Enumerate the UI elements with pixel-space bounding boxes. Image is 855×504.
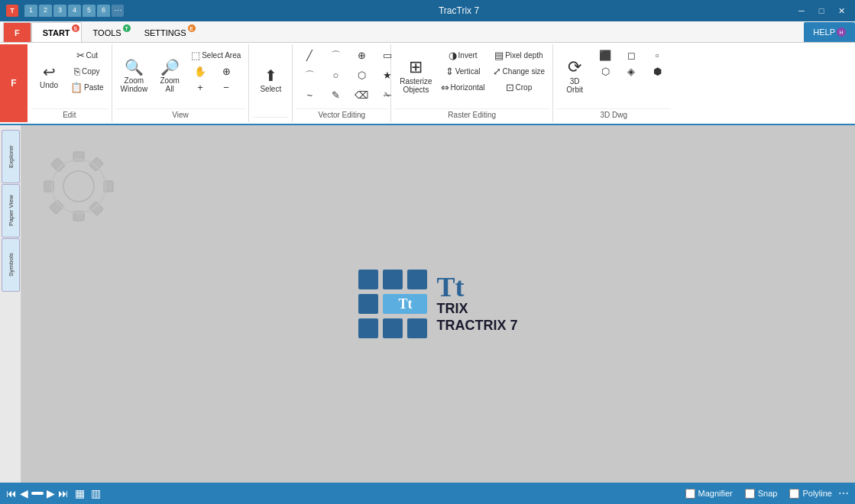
page-input[interactable]: [31, 492, 44, 495]
circle-icon: ○: [332, 70, 338, 80]
title-tab-5[interactable]: 5: [83, 5, 96, 17]
start-badge: S: [72, 24, 79, 32]
logo-cell-9: [407, 318, 427, 338]
status-bar: ⏮ ◀ ▶ ⏭ ▦ ▥ Magnifier Snap Polyline ⋯: [0, 483, 855, 504]
pixel-depth-button[interactable]: ▤ Pixel depth: [490, 47, 549, 63]
change-size-button[interactable]: ⤢ Change size: [490, 63, 549, 79]
left-panel: Explorer Paper View Symbols: [0, 125, 21, 483]
title-tab-1[interactable]: 1: [24, 5, 37, 17]
invert-button[interactable]: ◑ Invert: [438, 47, 488, 63]
line-tool-button[interactable]: ╱: [297, 47, 322, 63]
vertical-flip-button[interactable]: ⇕ Vertical: [438, 63, 488, 79]
realtime-zoom-button[interactable]: ⊕: [214, 63, 238, 79]
zoom-in-icon: +: [197, 82, 203, 92]
zoom-out-icon: −: [223, 82, 229, 92]
grid-icon-button[interactable]: ▦: [75, 487, 85, 499]
undo-button[interactable]: ↩ Undo: [32, 47, 66, 105]
3d-top-view-button[interactable]: ⬛: [593, 47, 617, 63]
tab-start[interactable]: START S: [31, 22, 82, 42]
magnify-tool-button[interactable]: ⊕: [349, 47, 374, 63]
polyline-checkbox[interactable]: [789, 489, 799, 499]
polyline-tool-button[interactable]: ⌒: [323, 47, 348, 63]
file-button[interactable]: F: [0, 44, 28, 122]
ribbon: F ↩ Undo ✂ Cut ⎘ Copy 📋 Past: [0, 43, 855, 125]
3d-iso3-button[interactable]: ⬢: [645, 63, 669, 79]
crop-button[interactable]: ⊡ Crop: [490, 79, 549, 95]
main-canvas[interactable]: Tt Tt TRIX TRACTRIX 7: [21, 125, 855, 483]
snap-checkbox[interactable]: [745, 489, 755, 499]
ribbon-group-raster: ⊞ Rasterize Objects ◑ Invert ⇕ Vertical …: [391, 44, 553, 122]
3d-iso3-icon: ⬢: [653, 66, 662, 76]
cut-button[interactable]: ✂ Cut: [67, 47, 107, 63]
explorer-panel-button[interactable]: Explorer: [2, 130, 20, 183]
settings-badge: E: [188, 24, 196, 32]
tab-settings[interactable]: SETTINGS E: [133, 22, 198, 42]
freehand-tool-button[interactable]: ✎: [323, 87, 348, 102]
tab-file[interactable]: F: [3, 22, 31, 42]
title-tab-2[interactable]: 2: [39, 5, 52, 17]
last-page-button[interactable]: ⏭: [58, 487, 69, 499]
more-options-button[interactable]: ⋯: [838, 487, 849, 499]
select-button[interactable]: ⬆ Select: [254, 52, 287, 110]
zoom-all-button[interactable]: 🔎 Zoom All: [153, 47, 186, 105]
next-page-button[interactable]: ▶: [47, 487, 55, 499]
paste-button[interactable]: 📋 Paste: [67, 79, 107, 95]
pan-button[interactable]: ✋: [188, 63, 212, 79]
prev-page-button[interactable]: ◀: [20, 487, 28, 499]
paper-view-panel-button[interactable]: Paper View: [2, 184, 20, 237]
layout-icon-button[interactable]: ▥: [91, 487, 101, 499]
rasterize-icon: ⊞: [409, 59, 423, 76]
zoom-out-button[interactable]: −: [214, 79, 238, 95]
polygon-tool-button[interactable]: ⬡: [349, 67, 374, 82]
title-tab-4[interactable]: 4: [68, 5, 81, 17]
logo-tractrix: TRACTRIX 7: [436, 318, 517, 334]
3d-orbit-button[interactable]: ⟳ 3D Orbit: [558, 47, 591, 105]
3d-side-view-button[interactable]: ▫: [645, 47, 669, 63]
title-tab-6[interactable]: 6: [97, 5, 110, 17]
spline-icon: ~: [307, 90, 313, 100]
invert-icon: ◑: [449, 50, 457, 60]
arc-tool-button[interactable]: ⌒: [297, 67, 322, 82]
3d-iso2-button[interactable]: ◈: [619, 63, 643, 79]
vector-label: Vector Editing: [296, 108, 387, 121]
svg-point-10: [52, 160, 105, 213]
zoom-in-button[interactable]: +: [188, 79, 212, 95]
tab-tools[interactable]: TOOLS T: [82, 22, 133, 42]
logo-cell-7: [358, 318, 378, 338]
magnifier-checkbox[interactable]: [685, 489, 695, 499]
svg-rect-9: [89, 157, 103, 171]
title-tab-3[interactable]: 3: [53, 5, 66, 17]
paste-icon: 📋: [70, 82, 83, 92]
select-area-icon: ⬚: [191, 50, 200, 60]
title-tab-more[interactable]: ⋯: [112, 5, 124, 17]
minimize-button[interactable]: ─: [794, 5, 809, 17]
help-button[interactable]: HELP H: [804, 22, 855, 42]
horizontal-flip-button[interactable]: ⇔ Horizontal: [438, 79, 488, 95]
eraser-tool-button[interactable]: ⌫: [349, 87, 374, 102]
close-button[interactable]: ✕: [834, 5, 849, 17]
circle-tool-button[interactable]: ○: [323, 67, 348, 82]
3d-label: 3D Dwg: [556, 108, 671, 121]
rasterize-button[interactable]: ⊞ Rasterize Objects: [396, 47, 436, 105]
spline-tool-button[interactable]: ~: [297, 87, 322, 102]
line-icon: ╱: [306, 50, 313, 60]
snap-check: Snap: [745, 489, 778, 499]
ribbon-group-view: 🔍 Zoom Window 🔎 Zoom All ⬚ Select Area ✋: [112, 44, 250, 122]
3d-front-view-button[interactable]: ◻: [619, 47, 643, 63]
trim-icon: ✁: [384, 90, 392, 100]
zoom-window-icon: 🔍: [125, 60, 144, 75]
copy-button[interactable]: ⎘ Copy: [67, 63, 107, 79]
ribbon-group-edit: ↩ Undo ✂ Cut ⎘ Copy 📋 Paste Edit: [28, 44, 112, 122]
maximize-button[interactable]: □: [814, 5, 829, 17]
select-area-button[interactable]: ⬚ Select Area: [188, 47, 244, 63]
crop-icon: ⊡: [506, 82, 514, 92]
3d-iso1-button[interactable]: ⬡: [593, 63, 617, 79]
window-title: TracTrix 7: [124, 5, 794, 16]
3d-top-icon: ⬛: [599, 50, 611, 60]
symbols-panel-button[interactable]: Symbols: [2, 238, 20, 292]
zoom-window-button[interactable]: 🔍 Zoom Window: [117, 47, 152, 105]
title-tabs: 1 2 3 4 5 6 ⋯: [24, 5, 124, 17]
app-icon: T: [6, 5, 18, 17]
first-page-button[interactable]: ⏮: [6, 487, 17, 499]
logo-text: Tt TRIX TRACTRIX 7: [436, 273, 517, 334]
